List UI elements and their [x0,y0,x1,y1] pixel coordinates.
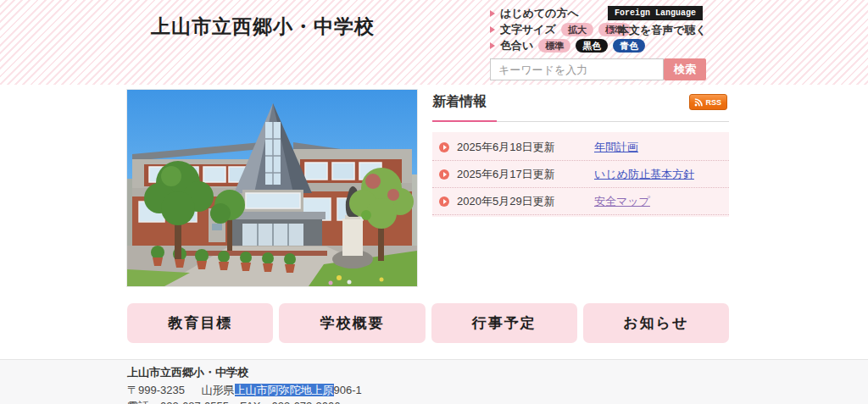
rss-icon [694,98,703,107]
news-list: 2025年6月18日更新 年間計画 2025年6月17日更新 いじめ防止基本方針… [432,132,729,217]
news-header-row: 新着情報 RSS [432,90,729,113]
heading-underline [432,120,729,122]
first-time-label: はじめての方へ [500,6,579,21]
nav-button-school-overview[interactable]: 学校概要 [279,303,425,343]
arrow-bullet-icon [439,142,449,152]
site-title[interactable]: 上山市立西郷小・中学校 [151,14,375,40]
audio-readout-link[interactable]: 本文を音声で聴く [608,23,707,38]
news-item: 2025年6月18日更新 年間計画 [432,134,729,161]
school-building-illustration [127,90,417,286]
news-heading: 新着情報 [432,90,729,113]
underline-accent [432,120,497,122]
first-time-link[interactable]: はじめての方へ [490,6,579,21]
triangle-icon [608,27,613,34]
nav-button-notices[interactable]: お知らせ [583,303,729,343]
search-input[interactable] [490,58,664,80]
news-date: 2020年5月29日更新 [457,194,582,209]
arrow-bullet-icon [439,196,449,207]
triangle-icon [490,26,495,33]
color-black-button[interactable]: 黒色 [576,39,608,53]
site-footer: 上山市立西郷小・中学校 〒999-3235 山形県上山市阿弥陀地上原906-1 … [0,359,868,404]
news-item: 2020年5月29日更新 安全マップ [432,188,729,215]
color-blue-button[interactable]: 青色 [613,39,645,53]
footer-school-name: 上山市立西郷小・中学校 [127,365,868,379]
font-size-enlarge-button[interactable]: 拡大 [561,23,593,36]
nav-button-education-goals[interactable]: 教育目標 [127,303,273,343]
color-standard-button[interactable]: 標準 [538,39,570,53]
search-button[interactable]: 検索 [664,58,706,80]
color-scheme-control: 色合い 標準 黒色 青色 [490,38,645,53]
triangle-icon [490,10,495,17]
nav-button-event-schedule[interactable]: 行事予定 [431,303,577,343]
font-size-label: 文字サイズ [500,22,556,37]
rss-label: RSS [705,98,721,107]
news-link-annual-plan[interactable]: 年間計画 [594,140,638,155]
page: 上山市立西郷小・中学校 はじめての方へ Foreign Language 文字サ… [0,0,868,404]
school-photo [127,90,417,286]
site-header: 上山市立西郷小・中学校 はじめての方へ Foreign Language 文字サ… [0,0,868,85]
foreign-language-button[interactable]: Foreign Language [608,6,703,20]
arrow-bullet-icon [439,169,449,180]
address-number: 906-1 [334,384,362,396]
news-link-bullying-policy[interactable]: いじめ防止基本方針 [594,167,694,182]
triangle-icon [490,42,495,49]
news-item: 2025年6月17日更新 いじめ防止基本方針 [432,161,729,188]
news-date: 2025年6月17日更新 [457,167,582,182]
postal-code: 〒999-3235 [127,384,185,396]
news-section: 新着情報 RSS 2025年6月18日更新 年間計画 202 [432,90,729,217]
quick-nav: 教育目標 学校概要 行事予定 お知らせ [127,303,729,343]
search-box: 検索 [490,58,706,80]
rss-button[interactable]: RSS [689,94,727,110]
address-prefecture: 山形県 [202,384,235,396]
address-selection-highlight: 上山市阿弥陀地上原 [235,384,334,396]
news-date: 2025年6月18日更新 [457,140,582,155]
color-scheme-label: 色合い [500,38,533,53]
footer-address: 〒999-3235 山形県上山市阿弥陀地上原906-1 [127,383,868,397]
audio-readout-label: 本文を音声で聴く [618,23,707,38]
news-link-safety-map[interactable]: 安全マップ [594,194,650,209]
footer-phone: 電話：023-687-0555 FAX：023-672-3006 [127,399,868,404]
